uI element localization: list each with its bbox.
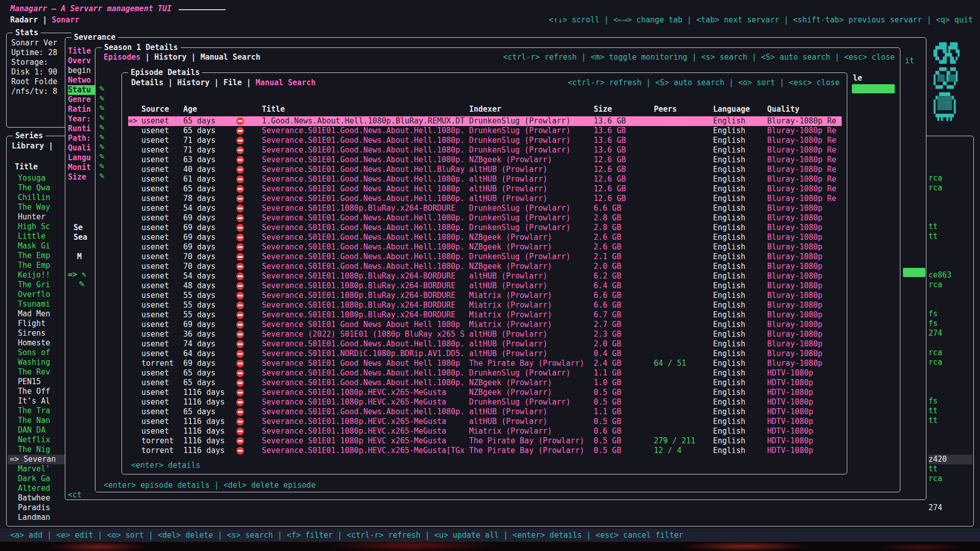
- library-item[interactable]: It's Al: [8, 396, 65, 406]
- cell-age: 40 days: [183, 165, 235, 174]
- release-row[interactable]: usenet70 daysSeverance.S01E01.Good.News.…: [128, 262, 842, 271]
- servarr-tab-radarr[interactable]: Radarr: [10, 15, 38, 24]
- series-field-selected[interactable]: Statu: [68, 85, 97, 95]
- episode-tab-manual-search[interactable]: Manual Search: [256, 78, 315, 87]
- release-row[interactable]: usenet36 daysSeverance (2022) S01E01 (10…: [128, 330, 842, 339]
- library-item[interactable]: Keijo!!: [8, 270, 65, 280]
- release-row[interactable]: usenet65 daysSeverance.S01E01.Good.News.…: [128, 368, 842, 378]
- release-row[interactable]: usenet55 daysSeverance.S01E01.1080p.BluR…: [128, 300, 842, 310]
- library-item[interactable]: The Emp: [8, 251, 65, 261]
- library-item[interactable]: Mask Gi: [8, 241, 65, 251]
- library-item[interactable]: High Sc: [8, 222, 65, 232]
- release-row[interactable]: usenet74 daysSeverance.S01E01.Good.News.…: [128, 339, 842, 349]
- season-tab-episodes[interactable]: Episodes: [104, 53, 140, 62]
- library-item[interactable]: The Tra: [8, 406, 65, 416]
- release-row[interactable]: usenet71 daysSeverance.S01E01.Good.News.…: [128, 145, 842, 155]
- series-field: Overv: [68, 56, 97, 66]
- cell-marker: [128, 155, 141, 165]
- release-row[interactable]: usenet55 daysSeverance.S01E01.1080p.BluR…: [128, 310, 842, 320]
- release-row[interactable]: torrent1116 daysSeverance.S01E01.1080p.H…: [128, 446, 842, 456]
- season-tabs: Episodes | History | Manual Search: [104, 53, 260, 62]
- library-item[interactable]: Mad Men: [8, 309, 65, 319]
- library-item[interactable]: Dark Ga: [8, 474, 65, 484]
- episode-tab-history[interactable]: History: [177, 78, 209, 87]
- episode-tab-details[interactable]: Details: [131, 78, 163, 87]
- release-row[interactable]: usenet1116 daysSeverance.S01E01.1080p.HE…: [128, 427, 842, 436]
- library-item[interactable]: Yosuga: [8, 173, 65, 183]
- release-row[interactable]: usenet71 daysSeverance.S01E01.Good.News.…: [128, 136, 842, 145]
- library-item[interactable]: Landman: [8, 513, 65, 522]
- episode-tab-file[interactable]: File: [224, 78, 242, 87]
- release-row[interactable]: usenet69 daysSeverance.S01E01.Good.News.…: [128, 213, 842, 223]
- release-row[interactable]: usenet78 daysSeverance.S01E01.Good.News.…: [128, 194, 842, 204]
- release-row[interactable]: torrent69 daysSeverance S01E01 Good News…: [128, 359, 842, 368]
- release-row[interactable]: usenet69 daysSeverance.S01E01.Good.News.…: [128, 242, 842, 252]
- servarr-tab-sonarr[interactable]: Sonarr: [52, 15, 79, 24]
- release-row[interactable]: usenet65 daysSeverance.S01E01.Good.News.…: [128, 378, 842, 388]
- library-item[interactable]: Little: [8, 232, 65, 241]
- library-item[interactable]: Batwhee: [8, 493, 65, 503]
- library-item[interactable]: Homeste: [8, 338, 65, 348]
- release-row[interactable]: usenet69 daysSeverance S01E01 Good News …: [128, 320, 842, 330]
- library-item[interactable]: Paradis: [8, 503, 65, 513]
- library-item[interactable]: The Nig: [8, 445, 65, 455]
- release-row[interactable]: usenet1116 daysSeverance.S01E01.1080p.HE…: [128, 388, 842, 397]
- column-header: Source: [141, 105, 183, 114]
- library-item[interactable]: The Way: [8, 203, 65, 212]
- release-row[interactable]: torrent1116 daysSeverance S01E01 1080p H…: [128, 436, 842, 446]
- monitored-pencil-icon: ✎: [99, 142, 110, 152]
- library-item[interactable]: Marvel': [8, 464, 65, 474]
- release-row[interactable]: usenet54 daysSeverance.S01E01.1080p.BluR…: [128, 271, 842, 281]
- release-row[interactable]: usenet48 daysSeverance.S01E01.1080p.BluR…: [128, 281, 842, 291]
- monitored-pencil-icon: ✎: [99, 133, 110, 142]
- cell-size: 6.6 GB: [594, 291, 654, 300]
- cell-indexer: Miatrix (Prowlarr): [469, 300, 594, 310]
- monitored-pencil-icon: ✎: [99, 123, 110, 133]
- library-item[interactable]: Altered: [8, 484, 65, 493]
- season-tab-history[interactable]: History: [154, 53, 186, 62]
- release-row[interactable]: usenet54 daysSeverance.S01E01.1080p.BluR…: [128, 204, 842, 213]
- release-row[interactable]: usenet65 daysSeverance.S01E01 Good News …: [128, 184, 842, 194]
- library-item[interactable]: Overflo: [8, 290, 65, 299]
- library-item[interactable]: Sirens: [8, 329, 65, 338]
- library-item[interactable]: Chillin: [8, 193, 65, 203]
- release-row[interactable]: usenet70 daysSeverance.S01E01.Good.News.…: [128, 252, 842, 262]
- selected-season-fragment[interactable]: => ✎: [68, 270, 86, 280]
- library-item[interactable]: The Nan: [8, 416, 65, 425]
- release-row[interactable]: usenet61 daysSeverance.S01E01.Good.News.…: [128, 174, 842, 184]
- release-row[interactable]: usenet63 daysSeverance.S01E01.Good.News.…: [128, 155, 842, 165]
- library-item[interactable]: Sons of: [8, 348, 65, 358]
- library-item[interactable]: The Qwa: [8, 183, 65, 193]
- cell-age: 70 days: [183, 252, 235, 262]
- release-row-selected[interactable]: =>usenet65 days1.Good.News.About.Hell.10…: [128, 116, 842, 126]
- library-item[interactable]: The Off: [8, 387, 65, 396]
- release-row[interactable]: usenet65 daysSeverance.S01E01.Good.News.…: [128, 126, 842, 136]
- cell-source: usenet: [141, 417, 183, 427]
- library-item[interactable]: Flight: [8, 319, 65, 329]
- library-item[interactable]: DAN DA: [8, 425, 65, 435]
- tab-library[interactable]: Library |: [12, 141, 53, 151]
- release-row[interactable]: usenet69 daysSeverance.S01E01.Good.News.…: [128, 223, 842, 233]
- season-tab-manual-search[interactable]: Manual Search: [201, 53, 260, 62]
- library-item[interactable]: The Gri: [8, 280, 65, 290]
- release-row[interactable]: usenet40 daysSeverance.S01E01.Good.News.…: [128, 165, 842, 174]
- library-item[interactable]: The Rev: [8, 367, 65, 377]
- cell-title: Severance.S01E01.Good.News.About.Hell.10…: [262, 242, 469, 252]
- release-row[interactable]: usenet55 daysSeverance.S01E01.1080p.BluR…: [128, 291, 842, 300]
- cell-language: English: [713, 252, 767, 262]
- rejection-icon: [236, 350, 244, 358]
- library-item[interactable]: Washing: [8, 358, 65, 367]
- library-item[interactable]: The Emp: [8, 261, 65, 270]
- library-item[interactable]: Hunter: [8, 212, 65, 222]
- release-row[interactable]: usenet69 daysSeverance.S01E01.Good.News.…: [128, 233, 842, 242]
- release-row[interactable]: usenet1116 daysSeverance.S01E01.1080p.HE…: [128, 397, 842, 407]
- library-item[interactable]: Tsunami: [8, 299, 65, 309]
- library-row-fragment: 274: [928, 503, 972, 513]
- cell-indexer: altHUB (Prowlarr): [469, 281, 594, 291]
- library-item[interactable]: PEN15: [8, 377, 65, 387]
- release-row[interactable]: usenet1116 daysSeverance.S01E01.1080p.HE…: [128, 417, 842, 427]
- release-row[interactable]: usenet64 daysSeverance.S01E01.NORDiC.108…: [128, 349, 842, 359]
- release-row[interactable]: usenet65 daysSeverance.S01E01.Good.News.…: [128, 407, 842, 417]
- library-item-selected[interactable]: => Severan: [8, 455, 65, 464]
- library-item[interactable]: Netflix: [8, 435, 65, 445]
